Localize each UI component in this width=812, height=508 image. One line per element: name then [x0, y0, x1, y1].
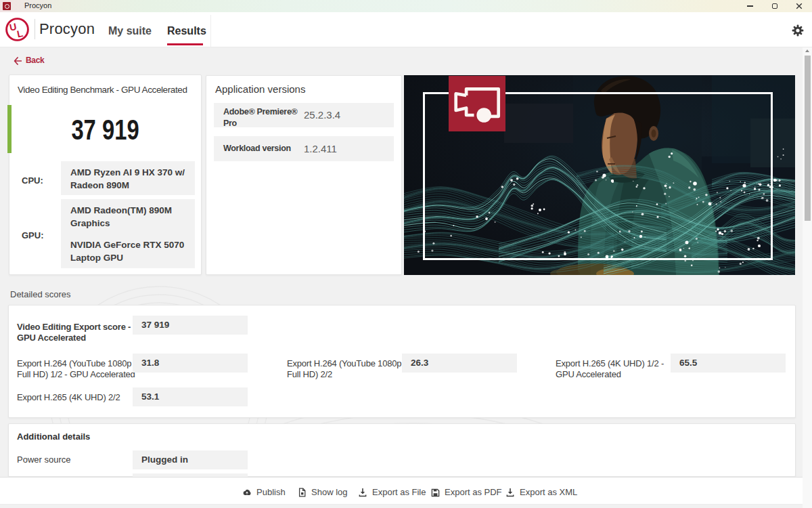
svg-text:L: L — [16, 28, 24, 40]
